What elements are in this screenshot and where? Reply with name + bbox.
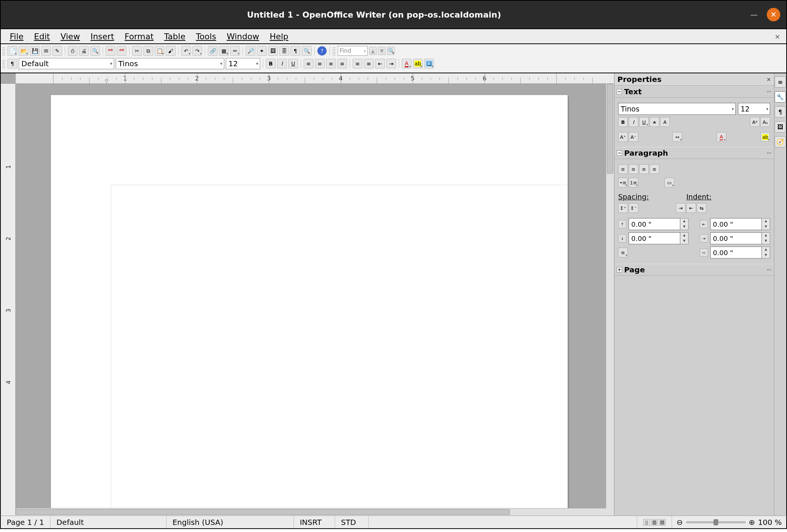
status-selection-mode[interactable]: STD (335, 516, 369, 528)
sb-align-right-icon[interactable]: ≡ (639, 164, 649, 174)
single-page-icon[interactable]: ▯ (643, 519, 650, 526)
underline-icon[interactable]: U (288, 59, 298, 68)
sidebar-font-combo[interactable]: Tinos (618, 103, 736, 115)
sb-bgcolor-icon[interactable]: ▭ (665, 178, 674, 187)
sb-shadow-icon[interactable]: A (660, 117, 670, 127)
font-name-combo[interactable]: Tinos (116, 58, 224, 69)
align-center-icon[interactable]: ≡ (315, 59, 325, 68)
panel-close-icon[interactable]: × (766, 76, 771, 82)
more-options-icon[interactable]: ⋯ (767, 267, 772, 272)
align-justify-icon[interactable]: ≡ (337, 59, 347, 68)
more-options-icon[interactable]: ⋯ (767, 89, 772, 94)
toolbar-grip[interactable] (332, 46, 335, 55)
sb-inc-indent-icon[interactable]: ⇥ (676, 203, 686, 213)
background-color-icon[interactable]: ❏ (424, 59, 434, 68)
sb-bullets-icon[interactable]: •≡ (618, 178, 628, 187)
sb-align-center-icon[interactable]: ≡ (629, 164, 638, 174)
find-prev-icon[interactable]: ▲ (369, 47, 377, 55)
spacing-below-input[interactable]: ▲▼ (629, 232, 689, 244)
zoom-slider[interactable] (686, 521, 746, 523)
navigator-tab-icon[interactable]: 🧭 (775, 136, 786, 147)
menu-file[interactable]: File (4, 30, 29, 43)
properties-tab-icon[interactable]: 🔧 (775, 91, 786, 103)
italic-icon[interactable]: I (277, 59, 287, 68)
navigator-icon[interactable]: ✦ (257, 46, 267, 56)
find-input[interactable]: Find (338, 46, 368, 56)
highlight-icon[interactable]: ab (413, 59, 423, 68)
zoom-value[interactable]: 100 % (758, 518, 782, 527)
show-draw-icon[interactable]: ✏ (230, 46, 240, 56)
scrollbar-thumb[interactable] (607, 84, 613, 174)
sb-align-left-icon[interactable]: ≡ (618, 164, 628, 174)
find-next-icon[interactable]: ▼ (378, 47, 386, 55)
menu-tools[interactable]: Tools (191, 30, 221, 43)
zoom-in-icon[interactable]: ⊕ (749, 518, 755, 527)
paste-icon[interactable]: 📋 (155, 46, 164, 56)
save-icon[interactable]: 💾 (30, 46, 40, 56)
toolbar-grip[interactable] (2, 46, 5, 55)
font-size-combo[interactable]: 12 (226, 58, 260, 69)
status-language[interactable]: English (USA) (167, 516, 294, 528)
copy-icon[interactable]: ⧉ (143, 46, 153, 56)
find-all-icon[interactable]: 🔍 (387, 47, 395, 55)
gallery-icon[interactable]: 🖼 (268, 46, 278, 56)
horizontal-ruler[interactable]: ▽ 123456 (16, 73, 614, 84)
sidebar-size-combo[interactable]: 12 (738, 103, 770, 115)
menu-insert[interactable]: Insert (85, 30, 119, 43)
line-spacing-icon[interactable]: ≡ (618, 248, 628, 257)
expand-icon[interactable]: + (617, 267, 622, 272)
increase-indent-icon[interactable]: ⇥ (386, 59, 396, 68)
vertical-scrollbar[interactable] (606, 84, 614, 508)
menu-help[interactable]: Help (264, 30, 294, 43)
section-text-header[interactable]: − Text ⋯ (614, 86, 774, 98)
view-layout-buttons[interactable]: ▯ ▥ ▤ (637, 516, 672, 528)
status-insert-mode[interactable]: INSRT (294, 516, 335, 528)
redo-icon[interactable]: ↷ (192, 46, 202, 56)
multi-page-icon[interactable]: ▥ (651, 519, 658, 526)
minimize-button[interactable]: — (747, 8, 761, 21)
help-icon[interactable]: ? (317, 46, 327, 56)
collapse-icon[interactable]: − (617, 150, 622, 156)
sb-subscript-icon[interactable]: Aₐ (760, 117, 770, 127)
menu-format[interactable]: Format (119, 30, 159, 43)
indent-marker-icon[interactable]: ▽ (105, 79, 108, 84)
status-style[interactable]: Default (51, 516, 167, 528)
cut-icon[interactable]: ✂ (132, 46, 142, 56)
sb-font-color-icon[interactable]: A (717, 132, 726, 142)
section-page-header[interactable]: + Page ⋯ (614, 264, 774, 276)
gallery-tab-icon[interactable]: 🖼 (775, 121, 786, 132)
indent-firstline-input[interactable]: ▲▼ (710, 247, 770, 259)
table-insert-icon[interactable]: ▦ (219, 46, 229, 56)
close-button[interactable]: ✕ (767, 8, 780, 21)
menu-view[interactable]: View (55, 30, 85, 43)
find-replace-icon[interactable]: 🔎 (246, 46, 255, 56)
nonprinting-chars-icon[interactable]: ¶ (291, 46, 300, 56)
zoom-icon[interactable]: 🔍 (302, 46, 312, 56)
align-left-icon[interactable]: ≡ (304, 59, 313, 68)
document-close-icon[interactable]: × (775, 33, 783, 40)
bold-icon[interactable]: B (266, 59, 276, 68)
styles-icon[interactable]: ¶ (7, 59, 17, 68)
export-pdf-icon[interactable]: ⎙ (68, 46, 78, 56)
open-icon[interactable]: 📂 (19, 46, 28, 56)
sb-italic-icon[interactable]: I (629, 117, 638, 127)
toolbar-grip[interactable] (2, 59, 5, 68)
zoom-knob[interactable] (714, 519, 718, 525)
sb-bold-icon[interactable]: B (618, 117, 628, 127)
horizontal-scrollbar[interactable] (16, 508, 606, 516)
document-page[interactable] (51, 95, 568, 516)
indent-right-input[interactable]: ▲▼ (710, 232, 770, 244)
sb-highlight-icon[interactable]: ab (760, 132, 770, 142)
hyperlink-icon[interactable]: 🔗 (208, 46, 218, 56)
sb-inc-spacing-icon[interactable]: ↕⁺ (618, 203, 628, 213)
bullet-list-icon[interactable]: ≡ (364, 59, 374, 68)
sb-hanging-indent-icon[interactable]: ⇆ (697, 203, 707, 213)
sb-dec-indent-icon[interactable]: ⇤ (686, 203, 696, 213)
menu-window[interactable]: Window (221, 30, 264, 43)
sb-dec-spacing-icon[interactable]: ↕⁻ (629, 203, 638, 213)
sb-numbering-icon[interactable]: 1≡ (629, 178, 638, 187)
book-view-icon[interactable]: ▤ (659, 519, 666, 526)
collapse-icon[interactable]: − (617, 89, 622, 94)
edit-file-icon[interactable]: ✎ (52, 46, 62, 56)
print-preview-icon[interactable]: 🔍 (90, 46, 100, 56)
